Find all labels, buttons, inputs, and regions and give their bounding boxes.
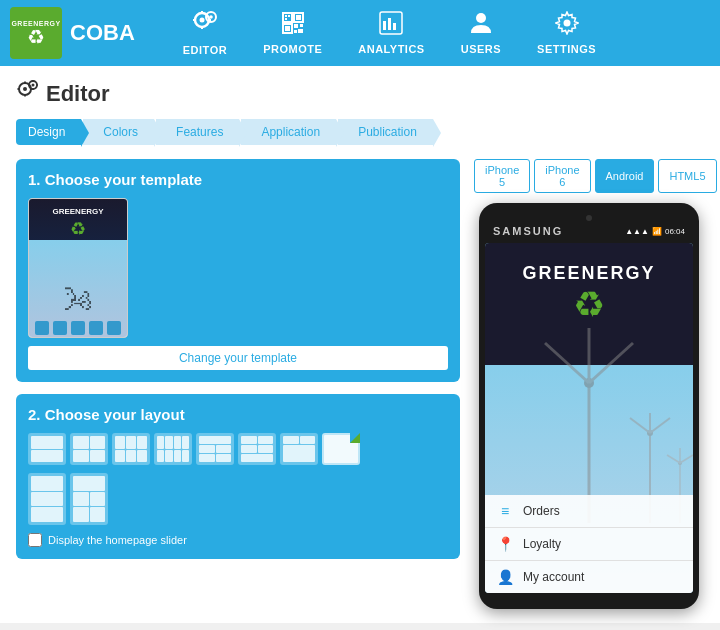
phone-camera xyxy=(586,215,592,221)
logo-coba: COBA xyxy=(70,20,135,46)
svg-line-51 xyxy=(667,455,680,463)
nav-item-users[interactable]: USERS xyxy=(443,11,519,55)
settings-label: SETTINGS xyxy=(537,43,596,55)
svg-rect-18 xyxy=(294,30,297,33)
left-panel: 1. Choose your template GREENERGY ♻ 🌬 xyxy=(16,159,460,609)
tab-features[interactable]: Features xyxy=(156,119,239,145)
tab-colors[interactable]: Colors xyxy=(83,119,154,145)
main-content: Editor Design Colors Features Applicatio… xyxy=(0,66,720,623)
svg-line-46 xyxy=(630,418,650,433)
layout-option-2[interactable] xyxy=(70,433,108,465)
device-tabs: iPhone 5 iPhone 6 Android HTML5 xyxy=(474,159,717,193)
myaccount-label: My account xyxy=(523,570,584,584)
phone-screen: GREENERGY ♻ ≡ Orders 📍 Loyalty xyxy=(485,243,693,593)
myaccount-icon: 👤 xyxy=(497,569,513,585)
section-template: 1. Choose your template GREENERGY ♻ 🌬 xyxy=(16,159,460,382)
tab-android[interactable]: Android xyxy=(595,159,655,193)
editor-icon xyxy=(192,10,218,42)
two-column-layout: 1. Choose your template GREENERGY ♻ 🌬 xyxy=(16,159,704,609)
thumb-dot-2 xyxy=(53,321,67,335)
homepage-slider-checkbox[interactable] xyxy=(28,533,42,547)
wifi-icon: 📶 xyxy=(652,227,662,236)
svg-point-28 xyxy=(23,87,27,91)
svg-point-34 xyxy=(32,84,35,87)
thumb-dot-5 xyxy=(107,321,121,335)
layout-option-5[interactable] xyxy=(196,433,234,465)
loyalty-label: Loyalty xyxy=(523,537,561,551)
right-panel: iPhone 5 iPhone 6 Android HTML5 SAMSUNG … xyxy=(474,159,704,609)
thumb-recycle-icon: ♻ xyxy=(70,218,86,240)
svg-rect-23 xyxy=(393,23,396,30)
editor-page-icon xyxy=(16,80,38,107)
layout-option-7[interactable] xyxy=(280,433,318,465)
windmill-svg xyxy=(485,323,693,523)
tab-iphone6[interactable]: iPhone 6 xyxy=(534,159,590,193)
logo-box: GREENERGY ♻ xyxy=(10,7,62,59)
analytics-label: ANALYTICS xyxy=(358,43,424,55)
svg-line-42 xyxy=(589,343,633,383)
nav-item-promote[interactable]: PROMOTE xyxy=(245,11,340,55)
svg-line-41 xyxy=(545,343,589,383)
signal-icon: ▲▲▲ xyxy=(625,227,649,236)
phone-status: ▲▲▲ 📶 06:04 xyxy=(625,227,685,236)
svg-rect-16 xyxy=(294,24,298,28)
section-layout-title: 2. Choose your layout xyxy=(28,406,448,423)
svg-rect-8 xyxy=(283,13,292,22)
thumb-dot-3 xyxy=(71,321,85,335)
svg-rect-22 xyxy=(388,18,391,30)
nav-item-editor[interactable]: EDITOR xyxy=(165,10,245,56)
nav-item-analytics[interactable]: ANALYTICS xyxy=(340,11,442,55)
section-layout: 2. Choose your layout xyxy=(16,394,460,559)
logo-area[interactable]: GREENERGY ♻ COBA xyxy=(10,7,135,59)
layout-option-9[interactable] xyxy=(28,473,66,525)
layout-option-6[interactable] xyxy=(238,433,276,465)
tab-application[interactable]: Application xyxy=(241,119,336,145)
menu-item-orders[interactable]: ≡ Orders xyxy=(485,495,693,528)
phone-frame: SAMSUNG ▲▲▲ 📶 06:04 xyxy=(479,203,699,609)
svg-rect-11 xyxy=(288,15,290,17)
recycle-icon: ♻ xyxy=(27,27,45,47)
layout-option-10[interactable] xyxy=(70,473,108,525)
analytics-icon xyxy=(379,11,403,41)
svg-point-7 xyxy=(209,15,213,19)
loyalty-icon: 📍 xyxy=(497,536,513,552)
nav-items: EDITOR PROMOTE xyxy=(165,10,614,56)
svg-line-47 xyxy=(650,418,670,433)
layout-grid-2 xyxy=(28,473,448,525)
thumb-windmill: 🌬 xyxy=(29,283,127,317)
menu-item-myaccount[interactable]: 👤 My account xyxy=(485,561,693,593)
layout-option-1[interactable] xyxy=(28,433,66,465)
svg-rect-15 xyxy=(285,26,290,31)
editor-label: EDITOR xyxy=(183,44,227,56)
tab-publication[interactable]: Publication xyxy=(338,119,433,145)
orders-label: Orders xyxy=(523,504,560,518)
layout-option-8[interactable] xyxy=(322,433,360,465)
svg-line-52 xyxy=(680,455,693,463)
svg-point-25 xyxy=(476,13,486,23)
template-preview-area: GREENERGY ♻ 🌬 xyxy=(28,198,448,338)
settings-icon xyxy=(555,11,579,41)
thumb-icons-row xyxy=(35,321,121,335)
page-title: Editor xyxy=(46,81,110,107)
phone-brand: SAMSUNG xyxy=(493,225,563,237)
tab-design[interactable]: Design xyxy=(16,119,81,145)
layout-option-3[interactable] xyxy=(112,433,150,465)
svg-rect-17 xyxy=(300,24,303,27)
svg-rect-10 xyxy=(285,18,287,20)
nav-item-settings[interactable]: SETTINGS xyxy=(519,11,614,55)
promote-icon xyxy=(281,11,305,41)
breadcrumb-tabs: Design Colors Features Application Publi… xyxy=(16,119,704,145)
menu-item-loyalty[interactable]: 📍 Loyalty xyxy=(485,528,693,561)
change-template-button[interactable]: Change your template xyxy=(28,346,448,370)
svg-point-1 xyxy=(199,18,204,23)
template-thumbnail[interactable]: GREENERGY ♻ 🌬 xyxy=(28,198,128,338)
screen-logo-area: GREENERGY ♻ xyxy=(485,263,693,326)
thumb-dot-4 xyxy=(89,321,103,335)
tab-iphone5[interactable]: iPhone 5 xyxy=(474,159,530,193)
top-navigation: GREENERGY ♻ COBA EDITOR xyxy=(0,0,720,66)
layout-option-4[interactable] xyxy=(154,433,192,465)
phone-time: 06:04 xyxy=(665,227,685,236)
tab-html5[interactable]: HTML5 xyxy=(658,159,716,193)
svg-rect-13 xyxy=(296,15,301,20)
slider-row: Display the homepage slider xyxy=(28,533,448,547)
